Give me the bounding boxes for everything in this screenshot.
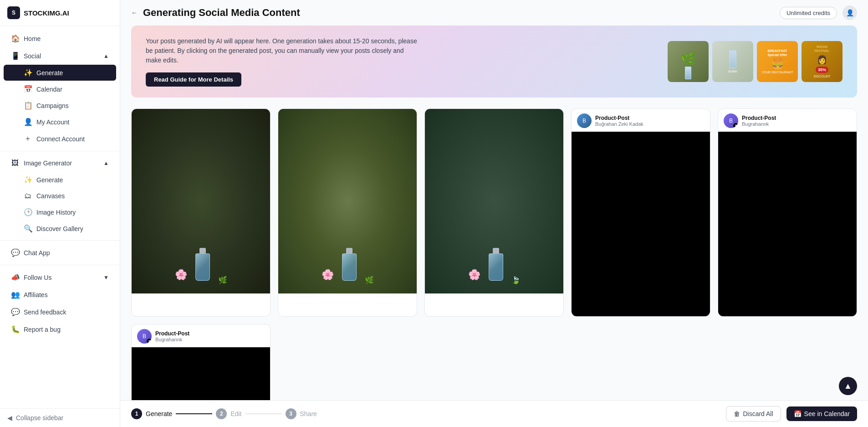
step-3: 3 Share [286,408,317,419]
sidebar-item-connect-account[interactable]: ＋ Connect Account [4,130,116,147]
chevron-up-icon-2: ▲ [103,160,109,166]
sidebar-item-home[interactable]: 🏠 Home [4,30,116,47]
banner-image-4: INDIANFESTIVAL 👩 35% DISCOUNT [802,41,842,82]
post-author-6: Bugrahannk [155,337,189,342]
sidebar-item-discover-gallery[interactable]: 🔍 Discover Gallery [4,221,116,237]
page-title: Generating Social Media Content [143,7,300,19]
campaigns-icon: 📋 [24,101,32,110]
scroll-to-top-button[interactable]: ▲ [839,377,857,395]
sidebar-item-canvases[interactable]: 🗂 Canvases [4,188,116,204]
calendar-icon-btn: 📅 [794,410,802,417]
post-card-5[interactable]: B ✕ Product-Post Bugrahannk [718,108,857,317]
follow-icon: 📣 [11,273,19,282]
sidebar-bug-label: Report a bug [24,326,61,333]
sidebar-item-generate[interactable]: ✨ Generate [4,65,116,81]
sidebar-ig-generate-label: Generate [36,176,63,184]
step-line-1 [176,413,212,414]
step-1-number: 1 [135,411,138,417]
sidebar-item-image-history[interactable]: 🕑 Image History [4,204,116,220]
post-card-4[interactable]: B Product-Post Buğrahan Zeki Kadak [571,108,710,317]
step-2: 2 Edit [216,408,241,419]
banner-image-1: 🌿 [668,41,709,82]
topbar: ← Generating Social Media Content Unlimi… [120,0,868,26]
banner-text: Your posts generated by AI will appear h… [146,36,419,87]
content-area: Your posts generated by AI will appear h… [120,26,868,427]
sidebar-follow-label: Follow Us [24,274,51,281]
post-header-4: B Product-Post Buğrahan Zeki Kadak [572,109,710,132]
banner-images: 🌿 bottle [668,41,842,82]
social-icon: 📱 [11,51,19,60]
sidebar-item-image-generator[interactable]: 🖼 Image Generator ▲ [4,155,116,171]
sidebar-item-campaigns[interactable]: 📋 Campaigns [4,98,116,113]
sidebar-item-calendar[interactable]: 📅 Calendar [4,81,116,97]
sidebar-item-affiliates[interactable]: 👥 Affiliates [4,286,116,303]
sidebar-item-report-bug[interactable]: 🐛 Report a bug [4,321,116,338]
collapse-label: Collapse sidebar [16,414,63,422]
sidebar-item-send-feedback[interactable]: 💬 Send feedback [4,304,116,320]
post-info-5: Product-Post Bugrahannk [742,115,776,127]
sidebar-item-generate-label: Generate [36,69,63,77]
posts-grid: 🌸 🌿 🌸 [131,108,857,317]
sidebar-item-my-account[interactable]: 👤 My Account [4,114,116,130]
step-3-label: Share [300,410,317,417]
divider-2 [0,240,120,241]
user-avatar[interactable]: 👤 [842,5,857,20]
post-image-1: 🌸 🌿 [132,109,270,293]
sidebar-discover-label: Discover Gallery [36,225,83,232]
back-button[interactable]: ← [131,9,138,16]
post-avatar-6: B ✕ [137,329,152,344]
generate-icon: ✨ [24,68,32,77]
step-2-number: 2 [220,411,223,417]
banner-image-3: BREAKFASTSpecial Offer 🍔 YOUR RESTAURANT [757,41,798,82]
my-account-icon: 👤 [24,118,32,126]
post-black-image-4 [572,132,710,316]
post-card-2[interactable]: 🌸 🌿 [278,108,417,317]
sidebar-item-social[interactable]: 📱 Social ▲ [4,47,116,64]
logo-text: STOCKIMG.AI [24,9,69,17]
step-1-label: Generate [146,410,172,417]
logo[interactable]: S STOCKIMG.AI [0,0,120,26]
post-header-6: B ✕ Product-Post Bugrahannk [132,324,270,347]
step-2-circle: 2 [216,408,227,419]
post-card-3[interactable]: 🌸 🍃 [424,108,564,317]
sidebar-item-campaigns-label: Campaigns [36,102,69,109]
post-image-2: 🌸 🌿 [278,109,417,293]
sidebar-item-chat-app[interactable]: 💬 Chat App [4,244,116,261]
post-info-4: Product-Post Buğrahan Zeki Kadak [595,115,643,127]
step-1: 1 Generate [131,408,172,419]
trash-icon: 🗑 [734,410,740,417]
collapse-sidebar-button[interactable]: ◀ Collapse sidebar [0,408,120,427]
post-black-image-5 [718,132,857,316]
divider-1 [0,151,120,151]
main-area: ← Generating Social Media Content Unlimi… [120,0,868,427]
sidebar-image-history-label: Image History [36,209,76,216]
see-in-calendar-button[interactable]: 📅 See in Calendar [786,406,857,421]
sidebar-feedback-label: Send feedback [24,309,66,316]
perfume-scene-2: 🌸 🌿 [278,109,417,293]
bottom-bar: 1 Generate 2 Edit 3 Share 🗑 [120,400,868,427]
perfume-scene-3: 🌸 🍃 [425,109,563,293]
post-author-5: Bugrahannk [742,121,776,127]
read-guide-button[interactable]: Read Guide for More Details [146,72,241,87]
steps-indicator: 1 Generate 2 Edit 3 Share [131,408,317,419]
x-badge-5: ✕ [733,123,738,128]
sidebar-affiliates-label: Affiliates [24,291,48,298]
sidebar-item-follow-us[interactable]: 📣 Follow Us ▼ [4,269,116,286]
post-author-4: Buğrahan Zeki Kadak [595,121,643,127]
sidebar-item-my-account-label: My Account [36,118,69,126]
post-avatar-5: B ✕ [724,113,738,128]
post-type-6: Product-Post [155,330,189,337]
chevron-up-icon: ▲ [103,53,109,59]
bottom-actions: 🗑 Discard All 📅 See in Calendar [726,406,857,422]
discard-all-button[interactable]: 🗑 Discard All [726,406,781,422]
sidebar-item-home-label: Home [24,35,41,42]
connect-icon: ＋ [24,134,32,144]
sidebar-item-ig-generate[interactable]: ✨ Generate [4,172,116,188]
post-info-6: Product-Post Bugrahannk [155,330,189,342]
post-card-1[interactable]: 🌸 🌿 [131,108,271,317]
logo-icon: S [7,6,20,19]
sidebar-image-generator-label: Image Generator [24,159,72,167]
feedback-icon: 💬 [11,308,19,316]
discover-icon: 🔍 [24,224,32,233]
credits-button[interactable]: Unlimited credits [780,7,837,19]
